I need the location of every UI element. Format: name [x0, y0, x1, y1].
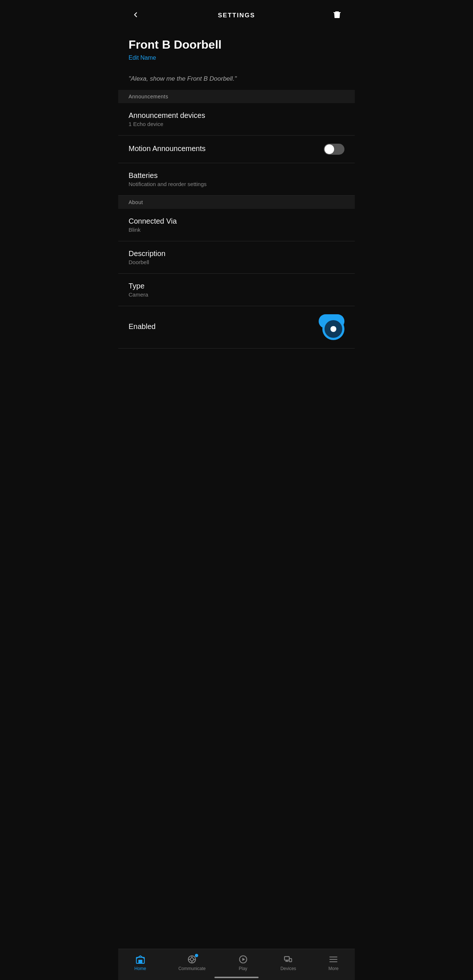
device-name: Front B Doorbell: [129, 38, 344, 52]
description-label: Description: [129, 250, 344, 258]
connected-via-label: Connected Via: [129, 217, 344, 226]
type-content: Type Camera: [129, 282, 344, 298]
motion-announcements-row[interactable]: Motion Announcements: [118, 135, 355, 163]
page-title: SETTINGS: [218, 12, 255, 19]
description-row: Description Doorbell: [118, 241, 355, 274]
enabled-label: Enabled: [129, 322, 319, 331]
enabled-toggle-thumb: [322, 318, 344, 340]
description-sublabel: Doorbell: [129, 259, 344, 265]
connected-via-content: Connected Via Blink: [129, 217, 344, 233]
announcement-devices-row[interactable]: Announcement devices 1 Echo device: [118, 103, 355, 135]
batteries-sublabel: Notification and reorder settings: [129, 181, 344, 187]
connected-via-row: Connected Via Blink: [118, 209, 355, 241]
batteries-row[interactable]: Batteries Notification and reorder setti…: [118, 163, 355, 196]
motion-announcements-content: Motion Announcements: [129, 145, 324, 154]
connected-via-sublabel: Blink: [129, 227, 344, 233]
enabled-content: Enabled: [129, 322, 319, 332]
enabled-row[interactable]: Enabled: [118, 306, 355, 348]
enabled-toggle-inner: [325, 320, 342, 338]
type-label: Type: [129, 282, 344, 290]
announcement-devices-content: Announcement devices 1 Echo device: [129, 111, 344, 127]
motion-announcements-label: Motion Announcements: [129, 145, 324, 153]
about-section-header: About: [118, 196, 355, 209]
settings-header: SETTINGS: [118, 0, 355, 27]
description-content: Description Doorbell: [129, 250, 344, 265]
announcement-devices-sublabel: 1 Echo device: [129, 121, 344, 127]
motion-announcements-toggle[interactable]: [324, 144, 344, 155]
delete-button[interactable]: [330, 7, 344, 23]
device-name-section: Front B Doorbell Edit Name: [118, 27, 355, 65]
alexa-hint: "Alexa, show me the Front B Doorbell.": [118, 65, 355, 90]
announcements-section-header: Announcements: [118, 90, 355, 103]
edit-name-link[interactable]: Edit Name: [129, 54, 156, 61]
type-row: Type Camera: [118, 274, 355, 306]
batteries-content: Batteries Notification and reorder setti…: [129, 171, 344, 187]
enabled-toggle[interactable]: [319, 314, 344, 340]
announcement-devices-label: Announcement devices: [129, 111, 344, 120]
batteries-label: Batteries: [129, 171, 344, 180]
type-sublabel: Camera: [129, 291, 344, 298]
back-button[interactable]: [129, 8, 143, 23]
enabled-toggle-dot: [330, 326, 336, 332]
back-icon: [132, 11, 140, 19]
delete-icon: [333, 10, 341, 19]
toggle-thumb: [325, 145, 334, 154]
